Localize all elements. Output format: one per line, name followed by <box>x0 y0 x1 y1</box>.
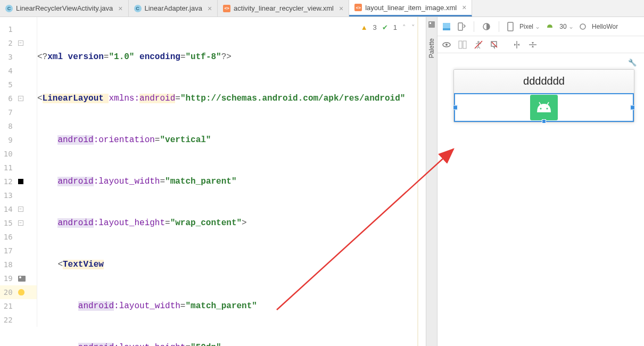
lineno: 9 <box>0 136 16 144</box>
tab-file-3[interactable]: <> activity_linear_recycler_view.xml × <box>218 0 349 17</box>
eye-icon[interactable] <box>442 40 451 50</box>
resize-handle-icon[interactable] <box>542 119 546 123</box>
lineno: 16 <box>0 233 16 241</box>
lineno: 6 <box>0 94 16 103</box>
close-icon[interactable]: × <box>462 3 466 12</box>
lineno: 5 <box>0 80 16 89</box>
theme-icon <box>579 23 587 30</box>
bulb-icon[interactable] <box>18 289 24 295</box>
tab-label: LinearAdapter.java <box>145 4 202 12</box>
lineno: 11 <box>0 163 16 172</box>
java-icon: C <box>5 5 13 12</box>
tab-label: activity_linear_recycler_view.xml <box>234 4 334 12</box>
lineno: 19 <box>0 274 16 283</box>
align-horiz-icon[interactable] <box>512 40 522 50</box>
align-vert-icon[interactable] <box>528 40 538 50</box>
tab-file-1[interactable]: C LinearRecyclerViewActivity.java × <box>0 0 129 17</box>
lineno: 10 <box>0 150 16 158</box>
locale-icon[interactable] <box>490 40 499 50</box>
editor-tabs: C LinearRecyclerViewActivity.java × C Li… <box>0 0 644 17</box>
fold-icon[interactable]: − <box>18 40 23 46</box>
lineno: 15 <box>0 219 16 227</box>
accessibility-icon[interactable] <box>474 40 483 50</box>
code-text[interactable]: <?xml version="1.0" encoding="utf-8"?> <… <box>37 22 426 346</box>
lineno: 7 <box>0 108 16 117</box>
palette-label: Palette <box>428 38 435 58</box>
night-mode-icon[interactable] <box>482 22 491 31</box>
fold-icon[interactable]: − <box>18 96 23 101</box>
svg-rect-1 <box>430 22 431 24</box>
lineno: 17 <box>0 246 16 255</box>
java-icon: C <box>134 5 142 12</box>
ic-launcher-icon <box>530 95 558 120</box>
lineno: 14 <box>0 205 16 213</box>
svg-line-20 <box>547 102 549 105</box>
palette-bar[interactable]: Palette <box>426 17 437 346</box>
lineno: 13 <box>0 191 16 200</box>
svg-point-9 <box>445 44 448 46</box>
device-dropdown[interactable]: Pixel ⌄ <box>519 23 540 30</box>
tab-file-2[interactable]: C LinearAdapter.java × <box>129 0 218 17</box>
svg-rect-6 <box>508 22 513 31</box>
palette-icon <box>427 20 436 29</box>
lineno: 12 <box>0 177 16 186</box>
blueprint-toggle-icon[interactable] <box>458 40 467 50</box>
svg-rect-3 <box>443 23 450 28</box>
lineno: 20 <box>0 288 16 296</box>
lineno: 2 <box>0 39 16 47</box>
lineno: 4 <box>0 67 16 75</box>
lineno: 8 <box>0 122 16 130</box>
tab-label: layout_linear_item_image.xml <box>365 4 457 12</box>
wrench-icon[interactable]: 🔧 <box>628 59 637 67</box>
fold-icon[interactable]: − <box>18 207 23 212</box>
lineno: 22 <box>0 316 16 324</box>
lineno: 1 <box>0 25 16 34</box>
xml-icon: <> <box>223 5 230 12</box>
tab-file-4[interactable]: <> layout_linear_item_image.xml × <box>349 0 472 17</box>
preview-imageview[interactable] <box>454 93 634 122</box>
close-icon[interactable]: × <box>208 4 212 13</box>
svg-rect-4 <box>458 23 463 30</box>
svg-point-17 <box>540 108 541 109</box>
svg-rect-0 <box>428 21 435 28</box>
svg-point-12 <box>477 41 480 43</box>
gutter: 1 2− 3 4 5 6− 7 8 9 10 11 12 13 14− 15− … <box>0 17 37 327</box>
svg-rect-11 <box>463 41 466 48</box>
module-dropdown[interactable]: HelloWor <box>592 23 618 30</box>
close-icon[interactable]: × <box>118 4 122 13</box>
android-icon <box>546 22 554 31</box>
svg-point-18 <box>546 108 548 109</box>
orientation-icon[interactable] <box>457 22 466 31</box>
preview-toolbar-2 <box>437 36 644 53</box>
main-area: ▲3 ✔1 ˄ ˅ 1 2− 3 4 5 6− 7 8 9 10 11 12 1… <box>0 17 644 346</box>
layout-preview: Pixel ⌄ 30 ⌄ HelloWor 🔧 ddddddd <box>437 17 644 346</box>
api-dropdown[interactable]: 30 ⌄ <box>559 23 574 30</box>
device-icon <box>507 22 514 31</box>
lineno: 21 <box>0 302 16 310</box>
lineno: 3 <box>0 53 16 61</box>
design-surface-icon[interactable] <box>442 22 451 31</box>
chevron-down-icon: ⌄ <box>535 23 540 30</box>
close-icon[interactable]: × <box>339 4 343 13</box>
xml-icon: <> <box>354 4 362 11</box>
svg-point-7 <box>580 24 585 29</box>
chevron-down-icon: ⌄ <box>568 23 574 30</box>
preview-textview[interactable]: ddddddd <box>454 70 634 93</box>
color-swatch-icon[interactable] <box>18 179 23 184</box>
svg-rect-10 <box>459 41 462 48</box>
lineno: 18 <box>0 260 16 269</box>
code-editor[interactable]: ▲3 ✔1 ˄ ˅ 1 2− 3 4 5 6− 7 8 9 10 11 12 1… <box>0 17 426 346</box>
preview-canvas[interactable]: 🔧 ddddddd <box>437 53 644 346</box>
fold-icon[interactable]: − <box>18 220 23 226</box>
device-frame[interactable]: ddddddd <box>453 69 634 122</box>
image-icon[interactable] <box>18 276 26 282</box>
svg-line-19 <box>539 102 541 105</box>
preview-toolbar-1: Pixel ⌄ 30 ⌄ HelloWor <box>437 17 644 36</box>
tab-label: LinearRecyclerViewActivity.java <box>16 4 113 12</box>
